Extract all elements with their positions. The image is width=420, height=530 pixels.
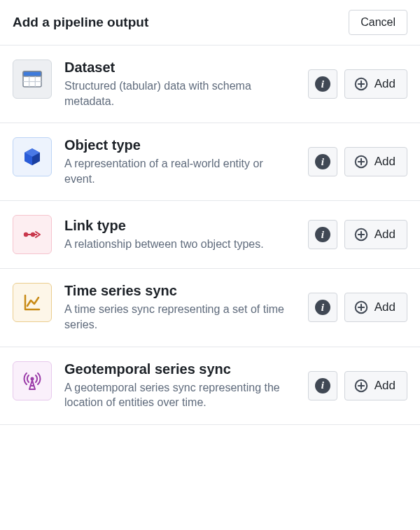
chart-line-icon bbox=[13, 283, 52, 322]
output-option-geotemporal-series-sync: Geotemporal series sync A geotemporal se… bbox=[0, 347, 420, 425]
svg-rect-1 bbox=[23, 71, 41, 76]
info-button[interactable]: i bbox=[308, 69, 337, 99]
info-icon: i bbox=[315, 154, 330, 169]
plus-circle-icon bbox=[354, 76, 369, 92]
output-option-text: Object type A representation of a real-w… bbox=[64, 137, 295, 186]
output-option-description: A geotemporal series sync representing t… bbox=[64, 380, 295, 410]
output-option-description: Structured (tabular) data with schema me… bbox=[64, 78, 295, 109]
add-button-label: Add bbox=[374, 379, 396, 393]
output-option-object-type: Object type A representation of a real-w… bbox=[0, 123, 420, 201]
output-option-link-type: Link type A relationship between two obj… bbox=[0, 201, 420, 269]
antenna-icon bbox=[13, 361, 52, 400]
output-option-title: Geotemporal series sync bbox=[64, 361, 295, 377]
output-option-actions: i Add bbox=[308, 293, 407, 322]
output-option-title: Time series sync bbox=[64, 283, 295, 299]
output-option-title: Dataset bbox=[64, 60, 295, 76]
dialog-title: Add a pipeline output bbox=[13, 15, 148, 30]
output-option-time-series-sync: Time series sync A time series sync repr… bbox=[0, 269, 420, 347]
info-button[interactable]: i bbox=[308, 147, 337, 176]
output-option-title: Link type bbox=[64, 218, 295, 234]
add-button-label: Add bbox=[374, 228, 396, 242]
output-option-actions: i Add bbox=[308, 147, 407, 176]
output-option-description: A time series sync representing a set of… bbox=[64, 302, 295, 332]
cube-icon bbox=[13, 137, 52, 176]
info-icon: i bbox=[315, 378, 330, 393]
info-button[interactable]: i bbox=[308, 371, 337, 400]
output-option-description: A representation of a real-world entity … bbox=[64, 156, 295, 186]
plus-circle-icon bbox=[354, 378, 369, 393]
output-option-actions: i Add bbox=[308, 371, 407, 400]
output-option-actions: i Add bbox=[308, 69, 407, 99]
add-button[interactable]: Add bbox=[344, 147, 407, 176]
dialog-header: Add a pipeline output Cancel bbox=[0, 0, 420, 46]
svg-point-12 bbox=[24, 232, 28, 237]
add-button-label: Add bbox=[374, 300, 396, 314]
output-option-text: Geotemporal series sync A geotemporal se… bbox=[64, 361, 295, 410]
plus-circle-icon bbox=[354, 154, 369, 169]
link-icon bbox=[13, 215, 52, 254]
info-icon: i bbox=[315, 76, 330, 92]
output-option-text: Time series sync A time series sync repr… bbox=[64, 283, 295, 332]
add-button[interactable]: Add bbox=[344, 220, 407, 249]
add-button[interactable]: Add bbox=[344, 293, 407, 322]
add-button[interactable]: Add bbox=[344, 69, 407, 99]
plus-circle-icon bbox=[354, 300, 369, 315]
svg-point-13 bbox=[31, 232, 35, 237]
info-icon: i bbox=[315, 227, 330, 242]
output-option-actions: i Add bbox=[308, 220, 407, 249]
output-option-dataset: Dataset Structured (tabular) data with s… bbox=[0, 46, 420, 123]
output-option-text: Link type A relationship between two obj… bbox=[64, 218, 295, 252]
info-button[interactable]: i bbox=[308, 220, 337, 249]
plus-circle-icon bbox=[354, 227, 369, 242]
add-button-label: Add bbox=[374, 77, 396, 91]
output-option-text: Dataset Structured (tabular) data with s… bbox=[64, 60, 295, 109]
add-button-label: Add bbox=[374, 155, 396, 169]
info-button[interactable]: i bbox=[308, 293, 337, 322]
add-button[interactable]: Add bbox=[344, 371, 407, 400]
dataset-icon bbox=[13, 60, 52, 99]
output-option-description: A relationship between two object types. bbox=[64, 237, 295, 252]
output-option-title: Object type bbox=[64, 137, 295, 153]
info-icon: i bbox=[315, 300, 330, 315]
cancel-button[interactable]: Cancel bbox=[349, 10, 407, 35]
